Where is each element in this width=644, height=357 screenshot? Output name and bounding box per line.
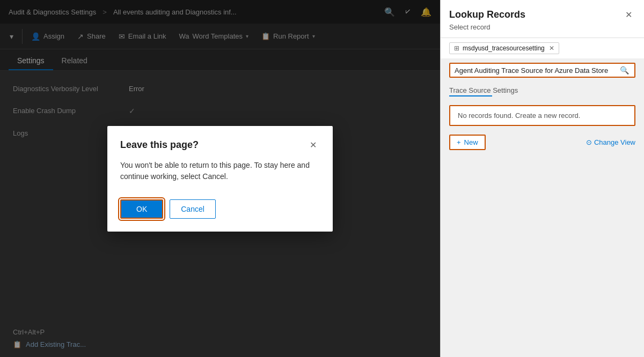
panel-subtitle: Select record	[449, 23, 635, 31]
ok-button[interactable]: OK	[120, 199, 163, 219]
no-records-wrap: No records found. Create a new record.	[441, 101, 644, 130]
tag-label: msdyusd_tracesourcesetting	[463, 44, 545, 52]
section-label: Trace Source Settings	[441, 82, 644, 95]
selected-tag-chip: ⊞ msdyusd_tracesourcesetting ✕	[449, 42, 559, 54]
new-label: New	[464, 138, 478, 146]
action-row: + New ⊙ Change View	[441, 130, 644, 154]
right-panel: Lookup Records ✕ Select record ⊞ msdyusd…	[440, 0, 644, 357]
change-view-label: Change View	[594, 138, 635, 146]
change-view-icon: ⊙	[586, 138, 592, 146]
dialog-title: Leave this page?	[120, 139, 199, 151]
tag-area: ⊞ msdyusd_tracesourcesetting ✕	[441, 38, 644, 58]
dialog-body: You won't be able to return to this page…	[120, 160, 320, 182]
main-area: Audit & Diagnostics Settings > All event…	[0, 0, 440, 357]
panel-header: Lookup Records ✕ Select record	[441, 0, 644, 38]
no-records-message: No records found. Create a new record.	[449, 105, 635, 126]
dialog-header: Leave this page? ✕	[120, 139, 320, 151]
plus-icon: +	[457, 138, 461, 146]
new-record-button[interactable]: + New	[449, 135, 486, 150]
cancel-button[interactable]: Cancel	[170, 199, 216, 219]
search-button[interactable]: 🔍	[619, 66, 630, 75]
dialog-overlay: Leave this page? ✕ You won't be able to …	[0, 0, 440, 357]
search-box-wrap: 🔍	[441, 58, 644, 82]
section-underline	[449, 95, 492, 96]
tag-remove-button[interactable]: ✕	[549, 44, 554, 52]
leave-page-dialog: Leave this page? ✕ You won't be able to …	[107, 126, 333, 232]
panel-title: Lookup Records	[449, 9, 525, 20]
search-box: 🔍	[449, 63, 635, 78]
panel-close-button[interactable]: ✕	[622, 9, 635, 21]
change-view-button[interactable]: ⊙ Change View	[586, 138, 635, 146]
search-input[interactable]	[455, 66, 619, 75]
tag-entity-icon: ⊞	[454, 44, 459, 52]
panel-header-top: Lookup Records ✕	[449, 9, 635, 21]
dialog-footer: OK Cancel	[120, 199, 320, 219]
dialog-close-button[interactable]: ✕	[306, 139, 320, 151]
